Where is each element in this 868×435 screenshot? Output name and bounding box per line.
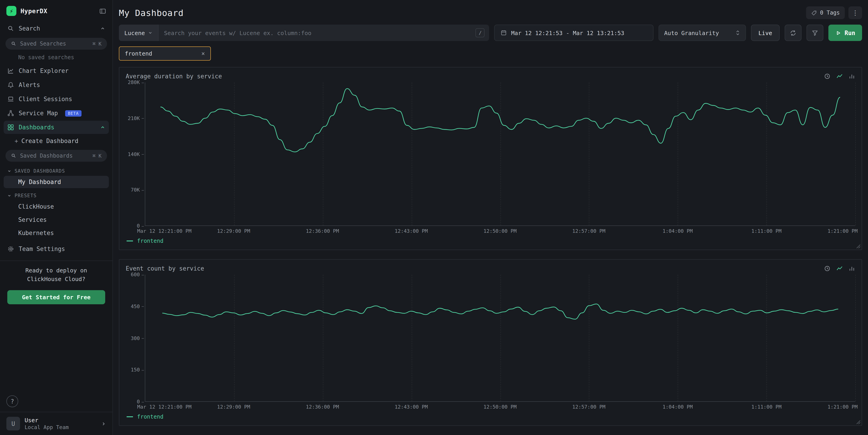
x-tick-label: Mar 12 12:21:00 PM xyxy=(137,404,191,410)
sidebar-item-label: Alerts xyxy=(19,82,40,88)
search-icon xyxy=(7,25,14,32)
query-language-dropdown[interactable]: Lucene xyxy=(119,25,158,41)
sidebar-item-my-dashboard[interactable]: My Dashboard xyxy=(4,176,109,188)
close-icon[interactable]: × xyxy=(201,51,205,57)
sidebar-item-search[interactable]: Search xyxy=(4,22,109,35)
x-tick-label: 12:36:00 PM xyxy=(306,404,339,410)
sidebar-item-label: Team Settings xyxy=(19,246,65,252)
logo-row[interactable]: ⚡ HyperDX xyxy=(0,0,113,22)
legend-item[interactable]: frontend xyxy=(127,413,163,420)
clock-icon[interactable] xyxy=(824,265,831,272)
resize-handle-icon[interactable] xyxy=(856,420,860,424)
x-tick-label: 12:29:00 PM xyxy=(217,404,250,410)
saved-dashboards-searchbox[interactable]: ⌘ K xyxy=(5,150,107,162)
clock-icon[interactable] xyxy=(824,73,831,80)
sidebar-item-dashboards[interactable]: Dashboards xyxy=(4,121,109,134)
app-root: ⚡ HyperDX Search ⌘ K No saved searches xyxy=(0,0,868,435)
x-tick-label: 12:36:00 PM xyxy=(306,228,339,234)
saved-searches-searchbox[interactable]: ⌘ K xyxy=(5,38,107,50)
granularity-select[interactable]: Auto Granularity xyxy=(659,25,746,41)
gridline xyxy=(500,275,501,401)
sidebar-item-label: Dashboards xyxy=(19,124,55,131)
user-team: Local App Team xyxy=(25,424,69,430)
sidebar-item-chart-explorer[interactable]: Chart Explorer xyxy=(4,64,109,77)
sidebar-item-label: Search xyxy=(19,25,40,32)
bell-icon xyxy=(7,82,14,88)
gridline xyxy=(855,83,856,225)
sidebar-bottom: ? U User Local App Team xyxy=(0,395,113,435)
plus-icon: + xyxy=(14,137,18,145)
service-map-icon xyxy=(7,110,14,117)
active-filters-row: frontend × xyxy=(119,46,862,61)
x-tick-label: 1:21:00 PM xyxy=(828,404,858,410)
legend-label: frontend xyxy=(137,413,163,420)
saved-searches-input[interactable] xyxy=(20,40,89,47)
chevron-down-icon xyxy=(7,169,11,173)
sidebar-item-alerts[interactable]: Alerts xyxy=(4,79,109,92)
line-chart-icon[interactable] xyxy=(836,265,843,272)
x-tick-label: Mar 12 12:21:00 PM xyxy=(137,228,191,234)
chart-area: 6004503001500 Mar 12 12:21:00 PM12:29:00… xyxy=(126,275,855,424)
x-tick-label: 1:04:00 PM xyxy=(662,404,693,410)
query-search-input[interactable] xyxy=(158,25,476,41)
line-chart-icon[interactable] xyxy=(836,73,843,80)
y-tick-label: 600 xyxy=(131,272,144,278)
user-menu[interactable]: U User Local App Team xyxy=(0,412,113,435)
create-dashboard-label: Create Dashboard xyxy=(22,137,78,145)
sidebar-item-service-map[interactable]: Service Map BETA xyxy=(4,106,109,120)
sidebar-collapse-icon[interactable] xyxy=(99,7,106,14)
x-tick-label: 12:57:00 PM xyxy=(572,404,606,410)
tags-button[interactable]: 0 Tags xyxy=(806,6,845,19)
legend-label: frontend xyxy=(137,238,163,244)
dashboard-menu-button[interactable]: ⋮ xyxy=(848,6,862,19)
bar-chart-icon[interactable] xyxy=(848,265,855,272)
calendar-icon xyxy=(501,30,507,36)
run-button[interactable]: Run xyxy=(828,25,862,41)
x-tick-label: 12:43:00 PM xyxy=(395,228,428,234)
bar-chart-icon[interactable] xyxy=(848,73,855,80)
y-tick-label: 210K xyxy=(128,116,144,121)
y-axis: 280K210K140K70K0 xyxy=(126,83,145,226)
presets-section-header[interactable]: PRESETS xyxy=(0,189,113,200)
get-started-button[interactable]: Get Started for Free xyxy=(7,290,105,304)
saved-dashboards-input[interactable] xyxy=(20,153,89,159)
sidebar-item-preset-services[interactable]: Services xyxy=(4,214,109,226)
date-range-value: Mar 12 12:21:53 - Mar 12 13:21:53 xyxy=(511,29,624,36)
chart-plot[interactable] xyxy=(145,83,855,226)
x-tick-label: 1:21:00 PM xyxy=(828,228,858,234)
run-button-label: Run xyxy=(844,29,855,36)
clickhouse-promo-text: Ready to deploy on ClickHouse Cloud? xyxy=(0,261,113,285)
filter-button[interactable] xyxy=(806,25,823,41)
y-tick-label: 280K xyxy=(128,80,144,85)
gridline xyxy=(411,83,412,225)
x-tick-label: 12:29:00 PM xyxy=(217,228,250,234)
sidebar-item-client-sessions[interactable]: Client Sessions xyxy=(4,92,109,106)
user-name: User xyxy=(25,417,69,424)
y-tick-label: 450 xyxy=(131,304,144,310)
chart-plot[interactable] xyxy=(145,275,855,402)
live-button[interactable]: Live xyxy=(751,25,779,41)
chart-legend: frontend xyxy=(126,412,855,424)
help-icon[interactable]: ? xyxy=(6,395,18,407)
x-tick-label: 12:57:00 PM xyxy=(572,228,606,234)
legend-item[interactable]: frontend xyxy=(127,238,163,244)
select-chevrons-icon xyxy=(735,30,741,36)
create-dashboard-button[interactable]: + Create Dashboard xyxy=(4,135,109,147)
sidebar-item-preset-kubernetes[interactable]: Kubernetes xyxy=(4,227,109,239)
chart-panel-average-duration: Average duration by service 280K210K140K… xyxy=(119,67,862,250)
sidebar-item-preset-clickhouse[interactable]: ClickHouse xyxy=(4,200,109,213)
x-tick-label: 1:11:00 PM xyxy=(751,228,781,234)
refresh-button[interactable] xyxy=(784,25,801,41)
date-range-picker[interactable]: Mar 12 12:21:53 - Mar 12 13:21:53 xyxy=(494,25,654,41)
y-tick-label: 300 xyxy=(131,335,144,341)
filter-chip-frontend[interactable]: frontend × xyxy=(119,46,211,61)
resize-handle-icon[interactable] xyxy=(856,244,860,248)
tags-button-label: 0 Tags xyxy=(820,9,840,16)
chart-legend: frontend xyxy=(126,236,855,248)
saved-dashboards-section-header[interactable]: SAVED DASHBOARDS xyxy=(0,164,113,175)
chart-explorer-icon xyxy=(7,67,14,74)
chart-panel-event-count: Event count by service 6004503001500 xyxy=(119,259,862,426)
sidebar-item-team-settings[interactable]: Team Settings xyxy=(4,242,109,255)
search-icon xyxy=(11,153,17,158)
gear-icon xyxy=(7,246,14,252)
